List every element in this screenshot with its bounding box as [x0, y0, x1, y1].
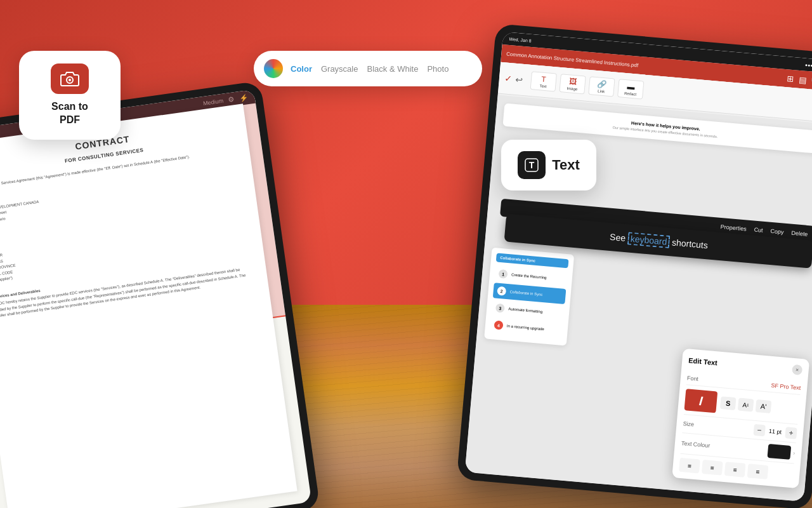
list-panel: Collaborate in Sync 1 Create the Recurri…: [484, 248, 574, 346]
font-style-row: S A1 A': [720, 396, 771, 413]
color-swatch[interactable]: [767, 444, 791, 460]
text-tool-icon: T: [541, 75, 547, 84]
subscript-btn[interactable]: A': [756, 399, 772, 413]
text-card-icon: T: [518, 151, 546, 179]
align-center-btn[interactable]: ≡: [702, 460, 723, 476]
font-size-btns: S A1 A': [720, 396, 771, 413]
text-card-label: Text: [552, 157, 580, 173]
color-mode-card: Color Grayscale Black & White Photo: [254, 51, 482, 86]
panel-title: Edit Text: [688, 356, 718, 366]
scan-line2: PDF: [60, 114, 80, 125]
left-tablet-screen: Medium ⚙ ⚡ CONTRACT FOR CONSULTING SERVI…: [0, 90, 311, 508]
camera-icon: [51, 64, 89, 94]
panel-close-btn[interactable]: ×: [792, 364, 802, 375]
list-text-3: Automate formatting: [508, 307, 542, 314]
bold-btn[interactable]: S: [720, 396, 737, 410]
keyboard-word: keyboard: [627, 232, 670, 248]
font-value[interactable]: SF Pro Text: [771, 382, 801, 391]
font-label: Font: [686, 375, 698, 382]
align-left-btn[interactable]: ≡: [679, 458, 700, 474]
redact-tool-label: Redact: [624, 91, 636, 97]
toolbar-icons: ⊞ ▤ 🔍 •••: [786, 74, 812, 88]
link-tool-label: Link: [598, 89, 605, 93]
delete-btn[interactable]: Delete: [791, 230, 808, 237]
signal-icon: ●●●: [805, 62, 812, 67]
right-tablet: Wed, Jan 8 ●●● 📶 100% Common Annotation …: [457, 23, 812, 508]
scan-to-pdf-card: Scan to PDF: [19, 51, 121, 140]
popup-text-pre: See: [610, 232, 629, 243]
color-opt-photo[interactable]: Photo: [427, 64, 449, 74]
copy-btn[interactable]: Copy: [770, 228, 784, 236]
undo-btn[interactable]: ↩: [515, 74, 523, 84]
edit-text-panel: Edit Text × Font SF Pro Text I S A1 A': [672, 349, 809, 489]
svg-text:T: T: [529, 160, 535, 170]
color-mode-icon: [264, 59, 283, 78]
link-tool-icon: 🔗: [597, 79, 607, 89]
size-value: 11 pt: [769, 428, 782, 436]
color-opt-color[interactable]: Color: [291, 64, 312, 74]
color-opt-grayscale[interactable]: Grayscale: [321, 64, 358, 74]
scan-label: Scan to PDF: [51, 100, 88, 127]
color-arrow[interactable]: ›: [793, 450, 796, 456]
image-tool-btn[interactable]: 🖼 Image: [559, 74, 586, 94]
panel-header: Edit Text ×: [688, 355, 803, 375]
color-opt-bw[interactable]: Black & White: [367, 64, 418, 74]
confirm-check[interactable]: ✓: [504, 73, 512, 84]
redact-tool-icon: ▬: [627, 82, 635, 91]
redact-tool-btn[interactable]: ▬ Redact: [617, 79, 644, 99]
size-label: Size: [683, 420, 694, 427]
image-tool-label: Image: [566, 86, 577, 91]
text-tool-btn[interactable]: T Text: [530, 71, 557, 91]
align-justify-btn[interactable]: ≡: [747, 464, 769, 479]
link-tool-btn[interactable]: 🔗 Link: [588, 76, 615, 97]
color-mode-options: Color Grayscale Black & White Photo: [291, 64, 449, 74]
popup-text-post: shortcuts: [669, 237, 709, 250]
color-label: Text Colour: [681, 440, 710, 449]
size-plus-btn[interactable]: +: [785, 427, 797, 439]
sidebar-icon[interactable]: ▤: [798, 74, 806, 84]
image-tool-icon: 🖼: [568, 77, 577, 86]
properties-btn[interactable]: Properties: [720, 224, 747, 232]
list-num-1: 1: [499, 269, 508, 279]
text-icon-svg: T: [524, 157, 539, 173]
size-controls: − 11 pt +: [753, 424, 797, 439]
camera-svg: [60, 70, 79, 87]
text-tool-label: Text: [539, 84, 546, 88]
color-control: ›: [767, 444, 796, 460]
svg-point-1: [69, 79, 71, 81]
list-num-2: 2: [497, 286, 506, 296]
cut-btn[interactable]: Cut: [754, 227, 763, 234]
list-panel-header: Collaborate in Sync: [496, 253, 569, 268]
align-right-btn[interactable]: ≡: [724, 462, 746, 478]
list-text-4: In a recurring upgrade: [507, 324, 544, 331]
list-text-1: Create the Recurring: [511, 273, 547, 280]
scan-line1: Scan to: [51, 101, 88, 112]
size-minus-btn[interactable]: −: [753, 424, 766, 437]
font-preview-box: I: [684, 389, 717, 413]
grid-icon[interactable]: ⊞: [786, 74, 794, 84]
status-time: Wed, Jan 8: [509, 36, 532, 43]
status-right: ●●● 📶 100%: [805, 62, 812, 70]
superscript-btn[interactable]: A1: [738, 398, 754, 412]
contract-body: This Consulting Services Agreement (this…: [0, 147, 256, 320]
list-text-2: Collaborate in Sync: [509, 290, 542, 297]
right-tablet-screen: Wed, Jan 8 ●●● 📶 100% Common Annotation …: [465, 32, 812, 502]
text-card: T Text: [501, 140, 596, 190]
list-num-4: 4: [494, 321, 503, 330]
list-num-3: 3: [495, 304, 505, 313]
